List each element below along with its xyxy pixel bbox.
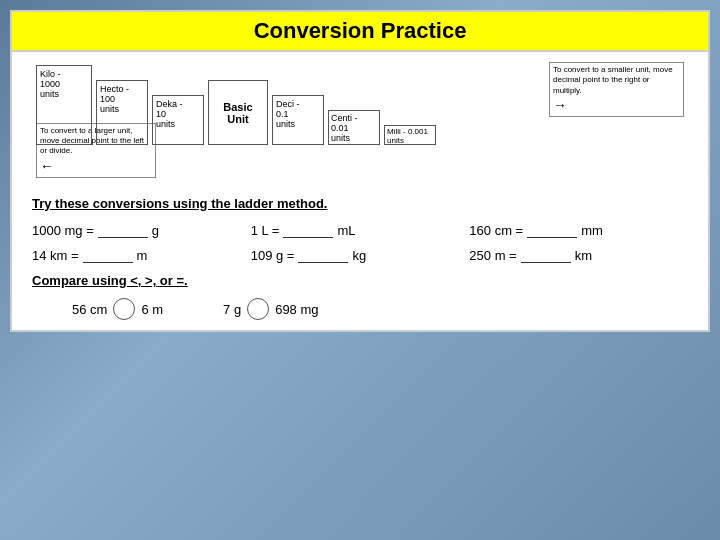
problem-160cm-left: 160 cm = bbox=[469, 223, 523, 238]
box-deka: Deka -10units bbox=[152, 95, 204, 145]
problem-14km-left: 14 km = bbox=[32, 248, 79, 263]
compare-problem-1: 56 cm 6 m bbox=[72, 298, 163, 320]
problem-1L-right: mL bbox=[337, 223, 355, 238]
problem-14km-blank[interactable] bbox=[83, 249, 133, 263]
problem-160cm: 160 cm = mm bbox=[469, 223, 688, 238]
compare-7g: 7 g bbox=[223, 302, 241, 317]
problem-1000mg-right: g bbox=[152, 223, 159, 238]
box-hecto: Hecto -100units bbox=[96, 80, 148, 145]
compare-6m: 6 m bbox=[141, 302, 163, 317]
problem-109g-right: kg bbox=[352, 248, 366, 263]
arrow-right-icon: → bbox=[553, 97, 567, 113]
problem-109g-left: 109 g = bbox=[251, 248, 295, 263]
arrow-left-icon: ← bbox=[40, 158, 54, 174]
problem-109g-blank[interactable] bbox=[298, 249, 348, 263]
compare-row: 56 cm 6 m 7 g 698 mg bbox=[32, 298, 688, 320]
diagram-area: To convert to a larger unit, move decima… bbox=[12, 52, 708, 186]
ladder-instruction: Try these conversions using the ladder m… bbox=[32, 196, 688, 211]
compare-problem-2: 7 g 698 mg bbox=[223, 298, 318, 320]
box-kilo: Kilo -1000units bbox=[36, 65, 92, 145]
compare-56cm: 56 cm bbox=[72, 302, 107, 317]
problem-1000mg-blank[interactable] bbox=[98, 224, 148, 238]
slide-container: Conversion Practice To convert to a larg… bbox=[10, 10, 710, 332]
compare-circle-1[interactable] bbox=[113, 298, 135, 320]
problem-1000mg: 1000 mg = g bbox=[32, 223, 251, 238]
problem-14km: 14 km = m bbox=[32, 248, 251, 263]
problem-250m-left: 250 m = bbox=[469, 248, 516, 263]
problem-250m: 250 m = km bbox=[469, 248, 688, 263]
problem-1L-blank[interactable] bbox=[283, 224, 333, 238]
problem-1L-left: 1 L = bbox=[251, 223, 280, 238]
problem-250m-blank[interactable] bbox=[521, 249, 571, 263]
problem-160cm-right: mm bbox=[581, 223, 603, 238]
hint-right: To convert to a smaller unit, move decim… bbox=[549, 62, 684, 117]
problem-1L: 1 L = mL bbox=[251, 223, 470, 238]
problem-14km-right: m bbox=[137, 248, 148, 263]
problems-row-2: 14 km = m 109 g = kg 250 m = km bbox=[32, 248, 688, 263]
compare-section: Compare using <, >, or =. 56 cm 6 m 7 g … bbox=[32, 273, 688, 320]
problem-250m-right: km bbox=[575, 248, 592, 263]
slide-title: Conversion Practice bbox=[12, 12, 708, 52]
compare-instruction: Compare using <, >, or =. bbox=[32, 273, 688, 288]
box-centi: Centi -0.01units bbox=[328, 110, 380, 145]
content-area: Try these conversions using the ladder m… bbox=[12, 186, 708, 330]
box-basic-unit: BasicUnit bbox=[208, 80, 268, 145]
box-deci: Deci -0.1units bbox=[272, 95, 324, 145]
compare-circle-2[interactable] bbox=[247, 298, 269, 320]
problem-160cm-blank[interactable] bbox=[527, 224, 577, 238]
ladder-diagram: To convert to a larger unit, move decima… bbox=[26, 60, 694, 180]
problems-row-1: 1000 mg = g 1 L = mL 160 cm = mm bbox=[32, 223, 688, 238]
box-milli: Milli - 0.001 units bbox=[384, 125, 436, 145]
problem-1000mg-left: 1000 mg = bbox=[32, 223, 94, 238]
problem-109g: 109 g = kg bbox=[251, 248, 470, 263]
compare-698mg: 698 mg bbox=[275, 302, 318, 317]
